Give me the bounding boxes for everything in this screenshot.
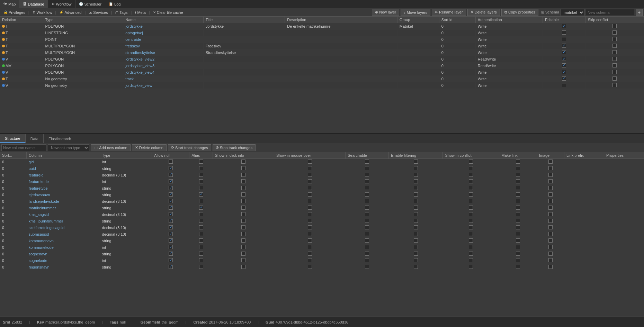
skip-checkbox[interactable] — [612, 83, 617, 87]
checkbox[interactable] — [414, 258, 418, 262]
start-track-btn[interactable]: ⟳ Start track changes — [168, 144, 211, 151]
cell-image[interactable] — [537, 211, 564, 218]
cell-conflict[interactable] — [443, 218, 499, 225]
checkbox[interactable] — [414, 192, 418, 197]
cell-alias[interactable] — [189, 225, 213, 231]
cell-conflict[interactable] — [443, 238, 499, 244]
checkbox[interactable] — [365, 166, 369, 170]
cell-allow-null[interactable] — [152, 165, 189, 172]
checkbox[interactable] — [516, 173, 520, 177]
cell-click-info[interactable] — [213, 218, 274, 225]
cell-alias[interactable] — [189, 264, 213, 271]
cell-allow-null[interactable] — [152, 211, 189, 218]
checkbox[interactable] — [308, 212, 312, 216]
cell-mouse-over[interactable] — [274, 211, 345, 218]
cell-alias[interactable] — [189, 211, 213, 218]
cell-alias[interactable] — [189, 165, 213, 172]
cell-searchable[interactable] — [346, 192, 389, 198]
cell-searchable[interactable] — [346, 257, 389, 264]
add-column-btn[interactable]: + + Add new column — [91, 144, 131, 151]
cell-allow-null[interactable] — [152, 179, 189, 185]
table-row[interactable]: V No geometry jordstykke_view 0 Write — [0, 82, 644, 89]
cell-allow-null[interactable] — [152, 251, 189, 257]
structure-row[interactable]: 0 sognenavn string — [0, 251, 644, 257]
checkbox[interactable] — [241, 265, 245, 269]
cell-skip[interactable] — [585, 49, 644, 56]
checkbox[interactable] — [414, 245, 418, 249]
cell-click-info[interactable] — [213, 165, 274, 172]
cell-mouse-over[interactable] — [274, 198, 345, 205]
checkbox[interactable] — [469, 160, 473, 164]
checkbox[interactable] — [169, 219, 173, 223]
cell-searchable[interactable] — [346, 218, 389, 225]
checkbox[interactable] — [199, 192, 203, 197]
cell-make-link[interactable] — [499, 211, 537, 218]
checkbox[interactable] — [516, 219, 520, 223]
cell-alias[interactable] — [189, 257, 213, 264]
cell-alias[interactable] — [189, 198, 213, 205]
subnav-privileges[interactable]: 🔒 Privileges — [1, 9, 27, 16]
checkbox[interactable] — [241, 252, 245, 256]
tab-elasticsearch[interactable]: Elasticsearch — [44, 134, 76, 143]
subnav-clear-tile[interactable]: ✕ Clear tile cache — [151, 9, 185, 16]
cell-allow-null[interactable] — [152, 218, 189, 225]
skip-checkbox[interactable] — [612, 50, 617, 54]
table-row[interactable]: V POLYGON jordstykke_view2 0 Read/write — [0, 56, 644, 63]
table-row[interactable]: T MULTIPOLYGON strandbeskyttelse Strandb… — [0, 49, 644, 56]
checkbox[interactable] — [469, 238, 473, 243]
checkbox[interactable] — [199, 186, 203, 190]
cell-mouse-over[interactable] — [274, 185, 345, 192]
cell-image[interactable] — [537, 185, 564, 192]
cell-alias[interactable] — [189, 244, 213, 251]
table-row[interactable]: T LINESTRING optagetvej 0 Write — [0, 30, 644, 36]
checkbox[interactable] — [548, 252, 553, 256]
checkbox[interactable] — [199, 232, 203, 236]
nav-log[interactable]: 📋 Log — [105, 0, 124, 8]
cell-conflict[interactable] — [443, 185, 499, 192]
cell-image[interactable] — [537, 172, 564, 179]
checkbox[interactable] — [365, 245, 369, 249]
cell-image[interactable] — [537, 225, 564, 231]
cell-make-link[interactable] — [499, 205, 537, 211]
cell-make-link[interactable] — [499, 218, 537, 225]
cell-image[interactable] — [537, 238, 564, 244]
cell-filtering[interactable] — [389, 238, 443, 244]
checkbox[interactable] — [241, 225, 245, 229]
skip-checkbox[interactable] — [612, 24, 617, 28]
cell-image[interactable] — [537, 192, 564, 198]
cell-searchable[interactable] — [346, 211, 389, 218]
cell-filtering[interactable] — [389, 211, 443, 218]
cell-image[interactable] — [537, 218, 564, 225]
checkbox[interactable] — [516, 258, 520, 262]
structure-row[interactable]: 0 regionsnavn string — [0, 264, 644, 271]
structure-row[interactable]: 0 landsejerlavskode decimal (3 10) — [0, 198, 644, 205]
checkbox[interactable] — [365, 238, 369, 243]
checkbox[interactable] — [548, 225, 553, 229]
cell-make-link[interactable] — [499, 172, 537, 179]
cell-mouse-over[interactable] — [274, 159, 345, 165]
cell-make-link[interactable] — [499, 231, 537, 238]
cell-make-link[interactable] — [499, 165, 537, 172]
table-row[interactable]: MV POLYGON jordstykke_view3 0 Read/write — [0, 63, 644, 69]
cell-conflict[interactable] — [443, 192, 499, 198]
nav-map[interactable]: 🗺 Map — [0, 0, 19, 8]
cell-make-link[interactable] — [499, 159, 537, 165]
checkbox[interactable] — [199, 166, 203, 170]
checkbox[interactable] — [199, 252, 203, 256]
cell-alias[interactable] — [189, 185, 213, 192]
checkbox[interactable] — [169, 252, 173, 256]
checkbox[interactable] — [199, 212, 203, 216]
checkbox[interactable] — [241, 232, 245, 236]
checkbox[interactable] — [241, 245, 245, 249]
checkbox[interactable] — [548, 179, 553, 183]
cell-allow-null[interactable] — [152, 198, 189, 205]
checkbox[interactable] — [308, 258, 312, 262]
cell-alias[interactable] — [189, 159, 213, 165]
cell-filtering[interactable] — [389, 185, 443, 192]
checkbox[interactable] — [414, 179, 418, 183]
structure-row[interactable]: 0 gid int — [0, 159, 644, 165]
cell-click-info[interactable] — [213, 198, 274, 205]
cell-image[interactable] — [537, 198, 564, 205]
checkbox[interactable] — [308, 225, 312, 229]
checkbox[interactable] — [469, 219, 473, 223]
